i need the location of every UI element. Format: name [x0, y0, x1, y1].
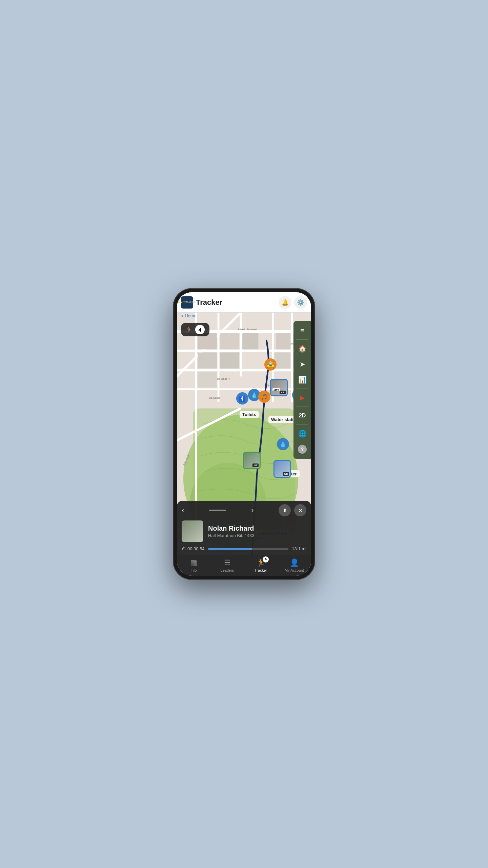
- toilet-pin-1[interactable]: 🚹: [236, 392, 248, 405]
- home-icon: 🏠: [298, 344, 307, 353]
- card-handle: [209, 510, 226, 511]
- app-logo: NYRR RACING: [181, 296, 193, 309]
- sidebar-divider-4: [296, 425, 308, 425]
- svg-text:8th Avenue: 8th Avenue: [209, 397, 220, 399]
- question-icon: ?: [298, 445, 307, 454]
- chart-icon: 📊: [298, 376, 307, 384]
- progress-bar: [208, 548, 289, 550]
- runner-count-badge[interactable]: 🏃 4: [181, 323, 209, 336]
- tracker-badge-wrapper: 🏃 4: [256, 558, 265, 567]
- tab-my-account[interactable]: 👤 My Account: [278, 555, 311, 576]
- close-button[interactable]: ✕: [294, 504, 306, 516]
- runner-kr-pin[interactable]: KR 1560: [270, 379, 288, 396]
- share-button[interactable]: ⬆: [279, 504, 291, 516]
- card-content: Nolan Richard Half Marathon Bib 1433: [177, 518, 311, 546]
- view-2d-label: 2D: [299, 413, 306, 419]
- home-map-button[interactable]: 🏠: [295, 341, 310, 356]
- navigate-button[interactable]: ➤: [295, 357, 310, 372]
- svg-rect-28: [242, 333, 258, 349]
- runner-count: 4: [195, 325, 205, 334]
- card-distance: 13.1 mi: [292, 546, 306, 551]
- tab-info[interactable]: ▦ Info: [177, 555, 210, 576]
- taxi-pin[interactable]: 🚖: [264, 358, 277, 371]
- svg-rect-27: [220, 333, 239, 349]
- svg-rect-31: [220, 353, 239, 369]
- svg-text:Atlantic Terminal: Atlantic Terminal: [238, 328, 257, 331]
- menu-button[interactable]: ≡: [295, 323, 310, 338]
- clock-icon: ⏱: [182, 546, 186, 551]
- tab-tracker[interactable]: 🏃 4 Tracker: [244, 555, 278, 576]
- card-progress-row: ⏱ 00:30:54 13.1 mi: [177, 546, 311, 551]
- info-tab-label: Info: [190, 568, 197, 572]
- runner-gr-pin[interactable]: GR: [273, 460, 291, 478]
- runner-nr-pin[interactable]: NR: [243, 452, 261, 469]
- sidebar-divider-2: [296, 389, 308, 389]
- globe-icon: 🌐: [298, 430, 307, 438]
- map-sidebar: ≡ 🏠 ➤ 📊 ▶ 2D 🌐: [293, 321, 311, 459]
- svg-rect-32: [274, 353, 290, 369]
- compass-red-icon: ▶: [300, 394, 305, 401]
- arrow-icon: ➤: [300, 360, 305, 368]
- card-avatar: [182, 520, 203, 542]
- info-tab-icon: ▦: [190, 558, 197, 567]
- sidebar-divider-3: [296, 407, 308, 407]
- tracker-tab-label: Tracker: [255, 568, 267, 572]
- svg-rect-33: [198, 372, 217, 388]
- card-runner-name: Nolan Richard: [208, 525, 306, 532]
- tab-bar: ▦ Info ☰ Leaders 🏃 4 Tracker 👤 My Accoun…: [177, 555, 311, 576]
- svg-text:Saint Johns Pl: Saint Johns Pl: [215, 378, 230, 380]
- page-title: Tracker: [196, 298, 276, 307]
- card-handle-row: ‹ › ⬆ ✕: [177, 501, 311, 518]
- phone-shell: Bike Path Atlantic Terminal Saint Marks …: [173, 288, 315, 580]
- card-runner-info: Nolan Richard Half Marathon Bib 1433: [208, 525, 306, 538]
- card-time: ⏱ 00:30:54: [182, 546, 205, 551]
- hamburger-icon: ≡: [300, 327, 304, 335]
- card-actions: ⬆ ✕: [279, 504, 306, 516]
- tracker-tab-badge: 4: [263, 556, 269, 563]
- card-runner-subtitle: Half Marathon Bib 1433: [208, 533, 306, 538]
- svg-rect-30: [198, 353, 217, 369]
- globe-button[interactable]: 🌐: [295, 426, 310, 441]
- header: NYRR RACING Tracker 🔔 ⚙️: [177, 292, 311, 313]
- share-icon: ⬆: [283, 507, 287, 514]
- bell-icon: 🔔: [281, 299, 289, 306]
- phone-screen: Bike Path Atlantic Terminal Saint Marks …: [177, 292, 311, 576]
- settings-button[interactable]: ⚙️: [294, 296, 307, 309]
- compass-button[interactable]: ▶: [295, 390, 310, 405]
- help-button[interactable]: ?: [295, 442, 310, 457]
- sidebar-divider-1: [296, 339, 308, 340]
- card-time-value: 00:30:54: [187, 546, 205, 551]
- leaders-tab-icon: ☰: [224, 558, 231, 567]
- account-tab-label: My Account: [285, 568, 304, 572]
- view-2d-button[interactable]: 2D: [295, 408, 310, 423]
- svg-rect-29: [276, 333, 290, 349]
- runner-detail-card: ‹ › ⬆ ✕ Nolan Richard Hal: [177, 501, 311, 555]
- leaders-tab-label: Leaders: [221, 568, 234, 572]
- notification-button[interactable]: 🔔: [279, 296, 291, 309]
- account-tab-icon: 👤: [290, 558, 299, 567]
- card-prev-button[interactable]: ‹: [182, 506, 184, 515]
- back-link[interactable]: < Home: [181, 313, 197, 318]
- runner-icon: 🏃: [186, 327, 192, 333]
- water-station-pin-2[interactable]: 💧: [277, 438, 289, 450]
- progress-bar-fill: [208, 548, 252, 550]
- card-next-button[interactable]: ›: [251, 506, 253, 515]
- close-icon: ✕: [298, 507, 303, 514]
- music-pin-1[interactable]: 🎵: [258, 391, 270, 403]
- stats-button[interactable]: 📊: [295, 372, 310, 387]
- gear-icon: ⚙️: [297, 299, 304, 306]
- tab-leaders[interactable]: ☰ Leaders: [210, 555, 244, 576]
